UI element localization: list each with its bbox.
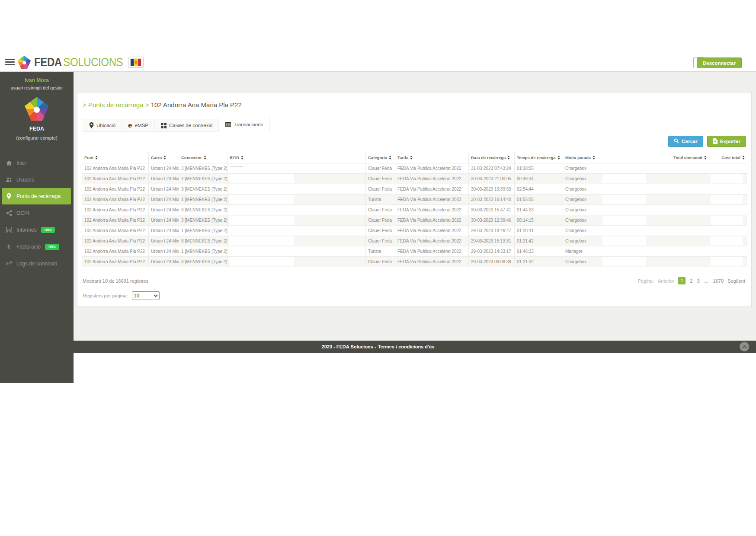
cell-temps-recarrega: 00:46:34 bbox=[515, 174, 563, 184]
sidebar-item-logs-de-connexio[interactable]: Logs de connexió bbox=[0, 255, 74, 272]
cell-total-consumit bbox=[601, 163, 709, 174]
brand-logo[interactable]: FEDA SOLUCIONS bbox=[17, 54, 138, 70]
redaction-box bbox=[711, 195, 743, 204]
redaction-box bbox=[711, 236, 743, 246]
transactions-table: Punt Caixa Connector RF bbox=[82, 152, 747, 267]
feda-logo-icon bbox=[17, 55, 31, 69]
table-row[interactable]: 102 Andorra Ana Maria Pla P22 Urban t 24… bbox=[82, 226, 747, 236]
tab-caixes-de-connexio[interactable]: Caixes de connexió bbox=[155, 119, 219, 132]
table-row[interactable]: 102 Andorra Ana Maria Pla P22 Urban t 24… bbox=[82, 195, 747, 205]
cell-caixa: Urban t 24 Mix bbox=[149, 163, 179, 174]
cell-categoria: Clauer Feda bbox=[366, 236, 395, 246]
cell-rfid: -------- bbox=[227, 163, 366, 174]
sidebar-item-label: Logs de connexió bbox=[16, 261, 57, 267]
cell-motiu-parada: Chargebox bbox=[563, 184, 601, 195]
table-row[interactable]: 102 Andorra Ana Maria Pla P22 Urban t 24… bbox=[82, 184, 747, 195]
column-header[interactable]: Temps de recàrrega bbox=[515, 152, 563, 163]
language-flag-button[interactable] bbox=[128, 57, 144, 68]
sort-icon bbox=[163, 156, 166, 160]
tab-emsp[interactable]: e eMSP bbox=[122, 119, 155, 132]
cell-categoria: Turista bbox=[366, 195, 395, 205]
sort-icon bbox=[389, 156, 391, 160]
cell-rfid bbox=[227, 195, 366, 205]
sidebar-item-label: Facturació bbox=[16, 244, 41, 250]
per-page-select[interactable]: 10 bbox=[132, 291, 160, 300]
redaction-box bbox=[602, 247, 646, 256]
cell-cost-total bbox=[709, 215, 747, 226]
table-row[interactable]: 102 Andorra Ana Maria Pla P22 Urban t 24… bbox=[82, 246, 747, 257]
page-number[interactable]: 1670 bbox=[713, 278, 724, 284]
footer-text: 2023 - FEDA Solucions - bbox=[322, 344, 376, 349]
cell-temps-recarrega: 01:21:42 bbox=[515, 236, 563, 246]
column-header[interactable]: Punt bbox=[82, 152, 149, 163]
column-header[interactable]: Cost total bbox=[709, 152, 747, 163]
cell-data-recarrega: 29-03-2023 18:46:47 bbox=[469, 226, 515, 236]
tab-ubicacio[interactable]: Ubicació bbox=[83, 119, 122, 132]
sidebar-item-usuaris[interactable]: Usuaris bbox=[0, 171, 74, 188]
menu-toggle-icon[interactable] bbox=[5, 59, 15, 67]
main-area: > Punts de recàrrega > 102 Andorra Ana M… bbox=[74, 72, 756, 341]
column-header[interactable]: Categoria bbox=[366, 152, 395, 163]
scroll-top-button[interactable] bbox=[740, 342, 749, 351]
table-row[interactable]: 102 Andorra Ana Maria Pla P22 Urban t 24… bbox=[82, 174, 747, 184]
cell-caixa: Urban t 24 Mix bbox=[149, 226, 179, 236]
column-header[interactable]: Tarifa bbox=[395, 152, 469, 163]
cell-rfid bbox=[227, 257, 366, 267]
terms-link[interactable]: Termes i condicions d'ús bbox=[378, 344, 435, 349]
column-header[interactable]: Connector bbox=[179, 152, 227, 163]
cell-connector: 1 [MENNEKES (Type 2)] bbox=[179, 246, 227, 257]
page-number[interactable]: 3 bbox=[697, 278, 699, 284]
search-button[interactable]: Cercar bbox=[668, 136, 703, 147]
sidebar-item-ocpi[interactable]: OCPI bbox=[0, 204, 74, 221]
table-row[interactable]: 102 Andorra Ana Maria Pla P22 Urban t 24… bbox=[82, 205, 747, 215]
redaction-box bbox=[229, 257, 294, 266]
cell-temps-recarrega: 01:46:33 bbox=[515, 246, 563, 257]
prev-page-button[interactable]: Anterior bbox=[658, 278, 675, 284]
page-number[interactable]: … bbox=[704, 278, 709, 284]
tab-transaccions[interactable]: Transaccions bbox=[219, 117, 269, 132]
cell-total-consumit bbox=[601, 246, 709, 257]
table-row[interactable]: 102 Andorra Ana Maria Pla P22 Urban t 24… bbox=[82, 257, 747, 267]
table-row[interactable]: 102 Andorra Ana Maria Pla P22 Urban t 24… bbox=[82, 163, 747, 174]
user-name[interactable]: Ivan Mora bbox=[0, 77, 74, 83]
next-page-button[interactable]: Següent bbox=[727, 278, 745, 284]
breadcrumb-section-link[interactable]: > Punts de recàrrega > bbox=[83, 101, 149, 108]
redaction-box bbox=[229, 216, 294, 225]
cell-punt: 102 Andorra Ana Maria Pla P22 bbox=[82, 215, 149, 226]
sidebar-item-informes[interactable]: Informes nou bbox=[0, 221, 74, 238]
page-number[interactable]: 1 bbox=[678, 277, 686, 284]
cell-connector: 3 [MENNEKES (Type 2)] bbox=[179, 205, 227, 215]
page-number[interactable]: 2 bbox=[690, 278, 692, 284]
table-row[interactable]: 102 Andorra Ana Maria Pla P22 Urban t 24… bbox=[82, 215, 747, 226]
sidebar-menu: Inici Usuaris Punts de recàrrega OCPI bbox=[0, 154, 74, 272]
logout-button[interactable]: Desconnectar bbox=[697, 57, 742, 68]
cell-data-recarrega: 31-03-2023 07:43:24 bbox=[469, 163, 515, 174]
redaction-box bbox=[711, 205, 743, 214]
sidebar-item-punts-de-recarrega[interactable]: Punts de recàrrega bbox=[2, 188, 71, 204]
export-button[interactable]: Exportar bbox=[707, 136, 746, 147]
cell-total-consumit bbox=[601, 205, 709, 215]
column-header[interactable]: Total consumit bbox=[601, 152, 709, 163]
tab-label: Ubicació bbox=[96, 123, 115, 128]
redaction-box bbox=[711, 216, 743, 225]
cell-categoria: Clauer Feda bbox=[366, 163, 395, 174]
cell-cost-total bbox=[709, 257, 747, 267]
cell-rfid bbox=[227, 215, 366, 226]
redaction-box bbox=[229, 185, 294, 194]
cell-data-recarrega: 29-03-2023 14:33:17 bbox=[469, 246, 515, 257]
table-toolbar: Cercar Exportar bbox=[668, 136, 746, 147]
configure-account-link[interactable]: (configurar compte) bbox=[0, 135, 74, 140]
redacted-rfid-mark: -------- bbox=[231, 164, 243, 168]
column-header[interactable]: Caixa bbox=[149, 152, 179, 163]
redaction-box bbox=[602, 195, 646, 204]
column-header[interactable]: Motiu parada bbox=[563, 152, 601, 163]
cell-motiu-parada: Chargebox bbox=[563, 163, 601, 174]
cell-temps-recarrega: 01:55:05 bbox=[515, 195, 563, 205]
column-header[interactable]: RFID bbox=[227, 152, 366, 163]
column-header[interactable]: Data de recàrrega bbox=[469, 152, 515, 163]
cell-motiu-parada: Chargebox bbox=[563, 174, 601, 184]
table-row[interactable]: 102 Andorra Ana Maria Pla P22 Urban t 24… bbox=[82, 236, 747, 246]
sidebar-item-facturacio[interactable]: € Facturació nou bbox=[0, 238, 74, 255]
sidebar-item-label: Usuaris bbox=[16, 177, 34, 183]
sidebar-item-inici[interactable]: Inici bbox=[0, 154, 74, 171]
